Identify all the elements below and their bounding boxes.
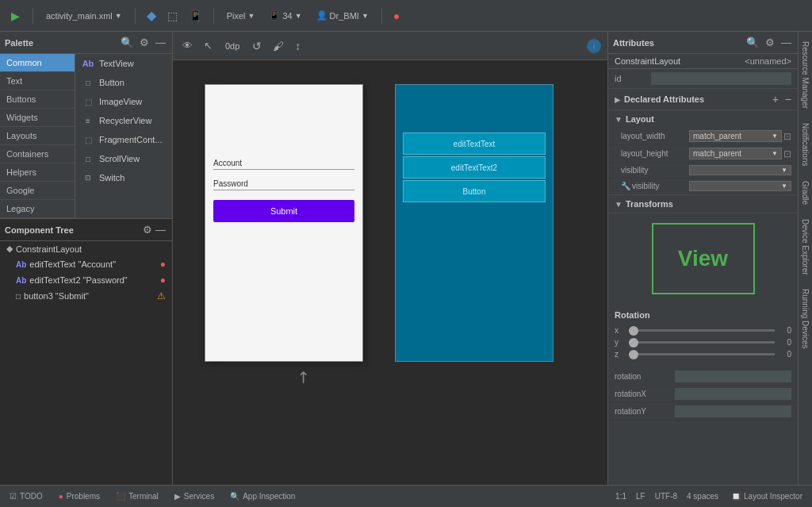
rotation-y-slider[interactable] bbox=[629, 341, 775, 344]
visibility2-dropdown[interactable]: ▼ bbox=[689, 181, 791, 191]
text-align-button[interactable]: ↕ bbox=[292, 38, 304, 54]
blueprint-frame[interactable]: editTextText editTextText2 Button bbox=[395, 84, 553, 362]
attr-search-button[interactable]: 🔍 bbox=[745, 35, 760, 50]
dp-input-button[interactable]: 0dp bbox=[220, 40, 244, 52]
run-button[interactable]: ▶ bbox=[6, 8, 25, 24]
rotation-z-slider[interactable] bbox=[629, 353, 775, 355]
palette-item-scrollview[interactable]: □ ScrollView bbox=[75, 149, 172, 168]
declared-attrs-header[interactable]: ▶ Declared Attributes + − bbox=[608, 89, 798, 109]
tree-item-edit-text-account[interactable]: Ab editTextText "Account" ● bbox=[10, 256, 172, 272]
category-text[interactable]: Text bbox=[0, 72, 75, 90]
palette-search-button[interactable]: 🔍 bbox=[119, 35, 135, 50]
palette-item-button[interactable]: □ Button bbox=[75, 73, 172, 92]
palette-items: Ab TextView □ Button ⬚ ImageView ≡ Recyc… bbox=[75, 54, 172, 218]
charset-label: UTF-8 bbox=[655, 492, 677, 501]
layout-section-header[interactable]: ▼ Layout bbox=[608, 110, 798, 128]
rotation-prop-input[interactable] bbox=[675, 371, 791, 382]
category-legacy[interactable]: Legacy bbox=[0, 200, 75, 218]
component-tree-settings-button[interactable]: ⚙ bbox=[141, 222, 154, 237]
api-selector[interactable]: 📱 34 ▼ bbox=[264, 9, 306, 22]
layout-width-dropdown[interactable]: match_parent ▼ bbox=[689, 130, 782, 142]
main-body: Palette 🔍 ⚙ — Common Text Buttons Widget… bbox=[0, 32, 812, 485]
orientation-button[interactable]: 📱 bbox=[186, 8, 205, 24]
layout-width-pin[interactable]: ⊡ bbox=[783, 131, 791, 142]
app-inspection-item[interactable]: 🔍 App Inspection bbox=[227, 490, 298, 502]
attr-minimize-button[interactable]: — bbox=[779, 35, 793, 50]
palette-header: Palette 🔍 ⚙ — bbox=[0, 32, 172, 54]
layout-section-title: Layout bbox=[626, 114, 654, 124]
visibility-label: visibility bbox=[621, 166, 684, 175]
refresh-button[interactable]: ↺ bbox=[249, 38, 265, 54]
declared-add-button[interactable]: + bbox=[772, 93, 779, 106]
notifications-tab[interactable]: Notifications bbox=[799, 117, 811, 172]
rotationY-prop-input[interactable] bbox=[675, 405, 791, 417]
component-tree-minimize-button[interactable]: — bbox=[154, 222, 167, 237]
view-toggle-button[interactable]: 👁 bbox=[179, 38, 196, 53]
brush-button[interactable]: 🖌 bbox=[270, 38, 287, 54]
canvas-body[interactable]: Account Password Submit ↗ editTextText e… bbox=[173, 60, 607, 485]
category-common[interactable]: Common bbox=[0, 54, 75, 72]
palette-item-imageview[interactable]: ⬚ ImageView bbox=[75, 92, 172, 111]
bp-button[interactable]: Button bbox=[403, 180, 546, 202]
category-containers[interactable]: Containers bbox=[0, 145, 75, 163]
category-helpers[interactable]: Helpers bbox=[0, 163, 75, 182]
file-tab[interactable]: activity_main.xml ▼ bbox=[41, 10, 127, 22]
rotation-y-value: 0 bbox=[779, 338, 791, 347]
problems-icon: ● bbox=[59, 492, 63, 501]
phone-inner: Account Password Submit bbox=[205, 85, 362, 361]
error-icon-1: ● bbox=[160, 259, 166, 270]
palette-settings-button[interactable]: ⚙ bbox=[138, 35, 151, 50]
todo-item[interactable]: ☑ TODO bbox=[6, 490, 46, 502]
edittext-icon-1: Ab bbox=[16, 260, 26, 269]
palette-item-switch[interactable]: ⊡ Switch bbox=[75, 168, 172, 187]
constraint-layout-icon: ◆ bbox=[6, 244, 13, 254]
device-selector[interactable]: Pixel ▼ bbox=[222, 10, 260, 22]
problems-item[interactable]: ● Problems bbox=[56, 490, 103, 502]
bp-edittexttext[interactable]: editTextText bbox=[403, 133, 546, 155]
cursor-button[interactable]: ↖ bbox=[201, 38, 216, 53]
resource-manager-tab[interactable]: Resource Manager bbox=[799, 35, 811, 115]
blueprint-mode-button[interactable]: ⬚ bbox=[164, 8, 181, 24]
running-devices-tab[interactable]: Running Devices bbox=[799, 282, 811, 355]
category-widgets[interactable]: Widgets bbox=[0, 109, 75, 127]
category-buttons[interactable]: Buttons bbox=[0, 90, 75, 109]
imageview-icon: ⬚ bbox=[82, 95, 94, 108]
palette-minimize-button[interactable]: — bbox=[154, 35, 167, 50]
tree-item-edit-text-password[interactable]: Ab editTextText2 "Password" ● bbox=[10, 272, 172, 288]
declared-minus-button[interactable]: − bbox=[785, 93, 791, 106]
rotation-x-label: x bbox=[615, 326, 624, 335]
toolbar-separator-4 bbox=[381, 8, 382, 24]
transforms-section-header[interactable]: ▼ Transforms bbox=[608, 195, 798, 213]
tree-item-constraint-layout[interactable]: ◆ ConstraintLayout bbox=[0, 241, 172, 256]
more-actions-button[interactable]: ● bbox=[390, 8, 403, 24]
gradle-tab[interactable]: Gradle bbox=[799, 175, 811, 211]
design-mode-button[interactable]: ◆ bbox=[144, 6, 159, 25]
attr-settings-button[interactable]: ⚙ bbox=[764, 35, 776, 50]
palette-item-textview[interactable]: Ab TextView bbox=[75, 54, 172, 73]
attr-id-input[interactable] bbox=[651, 72, 791, 85]
layout-inspector-item[interactable]: 🔲 Layout Inspector bbox=[728, 490, 806, 502]
layout-height-dropdown[interactable]: match_parent ▼ bbox=[689, 148, 782, 159]
rotation-x-slider[interactable] bbox=[629, 329, 775, 332]
submit-button[interactable]: Submit bbox=[213, 200, 354, 222]
info-button[interactable]: i bbox=[587, 39, 601, 53]
rotationX-prop-input[interactable] bbox=[675, 388, 791, 400]
palette-item-recyclerview[interactable]: ≡ RecyclerView bbox=[75, 111, 172, 130]
services-item[interactable]: ▶ Services bbox=[171, 490, 217, 502]
canvas-area: 👁 ↖ 0dp ↺ 🖌 ↕ i Account bbox=[173, 32, 607, 485]
category-layouts[interactable]: Layouts bbox=[0, 127, 75, 145]
visibility2-value: ▼ bbox=[689, 181, 791, 191]
tree-item-button3[interactable]: □ button3 "Submit" ⚠ bbox=[10, 288, 172, 304]
palette-item-fragmentcont[interactable]: ⬚ FragmentCont... bbox=[75, 130, 172, 149]
visibility-dropdown[interactable]: ▼ bbox=[689, 165, 791, 175]
terminal-item[interactable]: ⬛ Terminal bbox=[113, 490, 162, 502]
device-explorer-tab[interactable]: Device Explorer bbox=[799, 213, 811, 282]
file-dropdown-icon: ▼ bbox=[115, 12, 122, 20]
design-phone-frame[interactable]: Account Password Submit ↗ bbox=[205, 84, 363, 362]
layout-height-pin[interactable]: ⊡ bbox=[783, 148, 791, 159]
button-icon: □ bbox=[82, 76, 94, 89]
device-dropdown-icon: ▼ bbox=[248, 12, 255, 20]
category-google[interactable]: Google bbox=[0, 182, 75, 200]
bp-edittexttext2[interactable]: editTextText2 bbox=[403, 156, 546, 179]
profile-selector[interactable]: 👤 Dr_BMI ▼ bbox=[312, 9, 373, 22]
